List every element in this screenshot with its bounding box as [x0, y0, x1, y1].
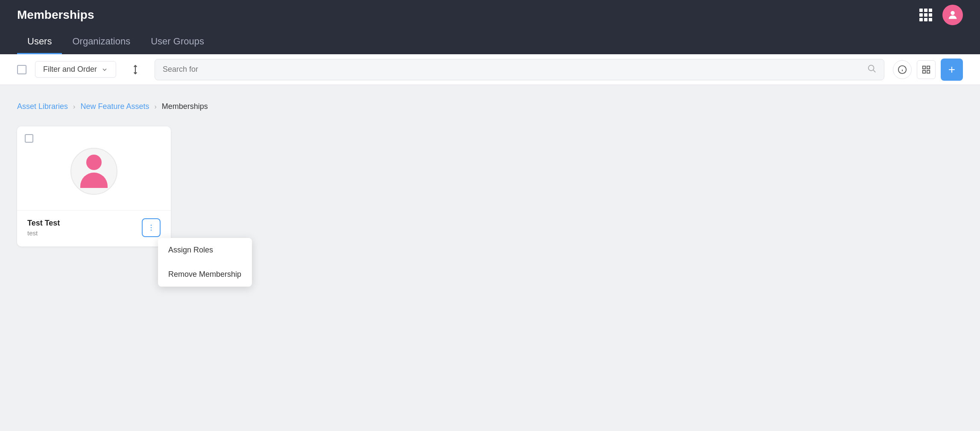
apps-grid-icon[interactable]: [919, 9, 932, 21]
breadcrumb-asset-libraries[interactable]: Asset Libraries: [17, 102, 68, 111]
svg-point-12: [151, 227, 152, 229]
card-avatar: [70, 148, 117, 195]
context-menu-assign-roles[interactable]: Assign Roles: [158, 238, 252, 262]
search-bar: [155, 59, 884, 80]
tab-users[interactable]: Users: [17, 30, 62, 54]
svg-rect-7: [923, 66, 925, 68]
avatar-head: [86, 155, 102, 170]
svg-point-11: [151, 225, 152, 226]
svg-rect-9: [923, 70, 925, 73]
kebab-icon: [147, 223, 155, 232]
info-icon: [898, 65, 907, 74]
svg-rect-10: [927, 70, 930, 73]
header: Memberships Users Organizations User Gro…: [0, 0, 980, 54]
avatar-body: [80, 173, 108, 188]
card-avatar-section: [17, 126, 171, 210]
tab-organizations[interactable]: Organizations: [62, 30, 140, 54]
search-input[interactable]: [163, 65, 867, 74]
svg-point-0: [951, 11, 954, 15]
kebab-menu-button[interactable]: [142, 218, 161, 237]
svg-point-2: [869, 65, 874, 71]
nav-tabs: Users Organizations User Groups: [17, 30, 963, 54]
chevron-down-icon: [101, 66, 108, 73]
tab-user-groups[interactable]: User Groups: [140, 30, 214, 54]
app-title: Memberships: [17, 8, 94, 22]
toolbar: Filter and Order: [0, 54, 980, 85]
breadcrumb-current: Memberships: [162, 102, 208, 111]
breadcrumb: Asset Libraries › New Feature Assets › M…: [17, 102, 963, 111]
card-text: Test Test test: [27, 219, 60, 237]
add-member-button[interactable]: +: [941, 59, 963, 81]
sort-button[interactable]: [125, 61, 146, 79]
member-card: Test Test test Assign Roles Remove Membe…: [17, 126, 171, 246]
content-area: Asset Libraries › New Feature Assets › M…: [0, 85, 980, 264]
context-menu-remove-membership[interactable]: Remove Membership: [158, 262, 252, 287]
header-actions: [919, 5, 963, 25]
grid-view-icon: [921, 65, 931, 74]
avatar-person-icon: [80, 155, 108, 188]
filter-order-button[interactable]: Filter and Order: [35, 61, 116, 78]
context-menu: Assign Roles Remove Membership: [158, 238, 252, 287]
sort-icon: [130, 64, 141, 75]
grid-view-button[interactable]: [917, 60, 936, 79]
card-info: Test Test test: [17, 210, 171, 246]
member-card-grid: Test Test test Assign Roles Remove Membe…: [17, 126, 963, 246]
search-icon: [867, 64, 876, 75]
user-avatar[interactable]: [942, 5, 963, 25]
toolbar-right-actions: +: [893, 59, 963, 81]
svg-point-13: [151, 230, 152, 231]
select-all-checkbox[interactable]: [17, 65, 26, 74]
svg-rect-8: [927, 66, 930, 68]
breadcrumb-separator-2: ›: [154, 103, 156, 111]
svg-line-3: [873, 70, 875, 72]
breadcrumb-new-feature-assets[interactable]: New Feature Assets: [80, 102, 149, 111]
info-button[interactable]: [893, 60, 912, 79]
card-checkbox[interactable]: [25, 134, 33, 143]
card-member-name: Test Test: [27, 219, 60, 228]
breadcrumb-separator-1: ›: [73, 103, 75, 111]
card-member-username: test: [27, 229, 60, 237]
